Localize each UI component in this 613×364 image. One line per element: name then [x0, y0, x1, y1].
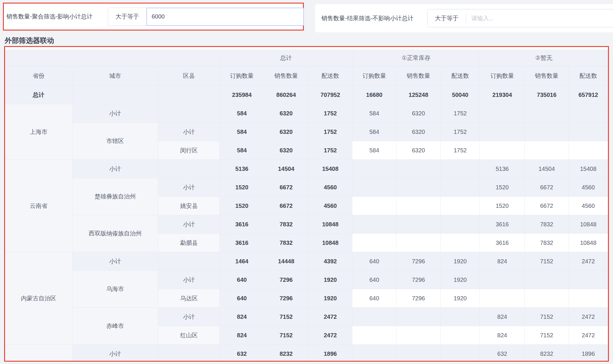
- column-header-cell: 区县: [158, 66, 220, 86]
- column-header-cell: 销售数量: [264, 66, 308, 86]
- total-value-cell: 6672: [264, 197, 308, 215]
- empty-cell: [352, 215, 396, 234]
- district-name-cell: 勐腊县: [158, 234, 220, 252]
- total-value-cell: 7832: [264, 215, 308, 234]
- empty-cell: [72, 86, 158, 104]
- group-value-cell: 1752: [441, 123, 480, 141]
- total-value-cell: 7296: [264, 289, 308, 308]
- group-value-cell: 1920: [441, 252, 480, 271]
- subtotal-label-cell: 小计: [158, 123, 220, 141]
- empty-cell: [569, 104, 608, 123]
- empty-cell: [480, 141, 525, 160]
- result-value-input[interactable]: [466, 15, 613, 22]
- total-value-cell: 8232: [264, 345, 308, 362]
- section-title: 外部筛选器联动: [5, 36, 54, 45]
- empty-cell: [525, 104, 569, 123]
- grand-total-label-cell: 总计: [5, 86, 72, 104]
- result-operator-select[interactable]: 大于等于: [428, 14, 466, 22]
- aggregate-value-input[interactable]: [146, 8, 304, 26]
- aggregate-operator-select[interactable]: 大于等于: [108, 8, 147, 26]
- aggregate-operator-value: 大于等于: [115, 13, 139, 21]
- total-value-cell: 7152: [264, 326, 308, 345]
- total-value-cell: 3616: [220, 215, 264, 234]
- district-name-cell: 乌达区: [158, 289, 220, 308]
- subtotal-label-cell: 小计: [72, 252, 158, 271]
- group-value-cell: 640: [352, 289, 396, 308]
- empty-cell: [441, 345, 480, 362]
- district-name-cell: 闵行区: [158, 141, 220, 160]
- group-value-cell: 14504: [525, 160, 569, 178]
- table-body: 总计23598486026470795216680125248500402193…: [5, 86, 608, 362]
- total-value-cell: 10848: [308, 234, 352, 252]
- total-value-cell: 584: [220, 141, 264, 160]
- annotation-box-table: 总计①正常库存②暂无省份城市区县订购数量销售数量配送数订购数量销售数量配送数订购…: [4, 46, 609, 362]
- result-filter-label: 销售数量-结果筛选-不影响小计总计: [321, 14, 427, 22]
- group-value-cell: 3616: [480, 234, 525, 252]
- empty-cell: [396, 308, 441, 326]
- total-value-cell: 3616: [220, 234, 264, 252]
- empty-cell: [352, 326, 396, 345]
- empty-cell: [525, 271, 569, 289]
- region-name-cell: 西双版纳傣族自治州: [72, 215, 158, 252]
- column-header-cell: 订购数量: [480, 66, 525, 86]
- total-value-cell: 219304: [480, 86, 525, 104]
- region-name-cell: 上海市: [5, 104, 72, 160]
- column-header-cell: 配送数: [441, 66, 480, 86]
- region-name-cell: 内蒙古自治区: [5, 252, 72, 345]
- subtotal-label-cell: 小计: [158, 271, 220, 289]
- column-header-cell: 配送数: [569, 66, 608, 86]
- group-value-cell: 5136: [480, 160, 525, 178]
- empty-cell: [569, 123, 608, 141]
- total-value-cell: 7152: [264, 308, 308, 326]
- group-value-cell: 584: [352, 104, 396, 123]
- empty-cell: [396, 215, 441, 234]
- group-header-cell: ②暂无: [480, 50, 608, 66]
- region-name-cell: 乌海市: [72, 271, 158, 308]
- group-value-cell: 6320: [396, 141, 441, 160]
- table-row: 小计6328232189663282321896: [5, 345, 608, 362]
- group-value-cell: 1920: [441, 289, 480, 308]
- empty-cell: [441, 234, 480, 252]
- group-value-cell: 7152: [525, 308, 569, 326]
- empty-cell: [480, 271, 525, 289]
- total-value-cell: 2472: [308, 326, 352, 345]
- total-value-cell: 125248: [396, 86, 441, 104]
- total-value-cell: 1920: [308, 289, 352, 308]
- total-value-cell: 50040: [441, 86, 480, 104]
- empty-cell: [352, 178, 396, 197]
- group-value-cell: 7832: [525, 215, 569, 234]
- total-value-cell: 2472: [308, 308, 352, 326]
- group-value-cell: 7832: [525, 234, 569, 252]
- table-row: 市辖区小计5846320175258463201752: [5, 123, 608, 141]
- empty-cell: [569, 141, 608, 160]
- group-value-cell: 7152: [525, 326, 569, 345]
- aggregate-filter-label: 销售数量-聚合筛选-影响小计总计: [6, 13, 108, 21]
- total-value-cell: 584: [220, 104, 264, 123]
- total-value-cell: 632: [220, 345, 264, 362]
- total-value-cell: 584: [220, 123, 264, 141]
- group-value-cell: 824: [480, 308, 525, 326]
- total-value-cell: 235984: [220, 86, 264, 104]
- column-header-row: 省份城市区县订购数量销售数量配送数订购数量销售数量配送数订购数量销售数量配送数: [5, 66, 608, 86]
- region-name-cell: 市辖区: [72, 123, 158, 160]
- empty-cell: [441, 197, 480, 215]
- empty-cell: [158, 252, 220, 271]
- total-value-cell: 1520: [220, 197, 264, 215]
- total-value-cell: 6320: [264, 123, 308, 141]
- empty-cell: [441, 308, 480, 326]
- group-value-cell: 7296: [396, 271, 441, 289]
- table-row: 西双版纳傣族自治州小计36167832108483616783210848: [5, 215, 608, 234]
- total-value-cell: 16680: [352, 86, 396, 104]
- region-name-cell: 楚雄彝族自治州: [72, 178, 158, 215]
- region-name-cell: 赤峰市: [72, 308, 158, 345]
- table-row: 总计23598486026470795216680125248500402193…: [5, 86, 608, 104]
- column-header-cell: 订购数量: [352, 66, 396, 86]
- empty-cell: [158, 86, 220, 104]
- total-value-cell: 1920: [308, 271, 352, 289]
- total-value-cell: 1520: [220, 178, 264, 197]
- group-value-cell: 1520: [480, 197, 525, 215]
- group-value-cell: 640: [352, 252, 396, 271]
- subtotal-label-cell: 小计: [158, 178, 220, 197]
- group-value-cell: 15408: [569, 160, 608, 178]
- district-name-cell: 红山区: [158, 326, 220, 345]
